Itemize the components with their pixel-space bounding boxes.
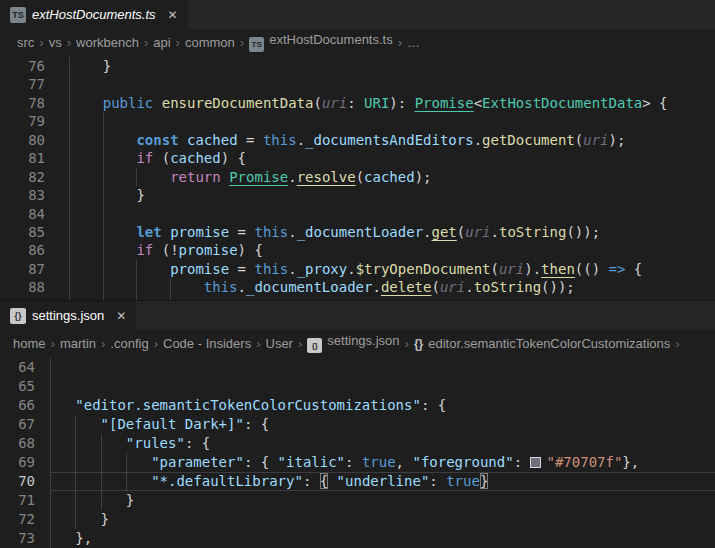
token: $tryOpenDocument bbox=[356, 261, 491, 277]
indent-guide-line bbox=[101, 434, 102, 453]
code-line[interactable]: 86 if (!promise) { bbox=[0, 241, 715, 259]
token: ( bbox=[457, 224, 465, 240]
token: : bbox=[303, 473, 320, 489]
code-line[interactable]: 78 public ensureDocumentData(uri: URI): … bbox=[0, 94, 715, 112]
breadcrumb-item[interactable]: … bbox=[407, 35, 420, 50]
indent-guide-line bbox=[50, 491, 51, 510]
token: ()); bbox=[541, 279, 575, 295]
chevron-right-icon: › bbox=[235, 35, 249, 50]
token: promise bbox=[170, 224, 229, 240]
line-number: 83 bbox=[0, 186, 69, 204]
code-line[interactable]: 64 bbox=[0, 358, 715, 377]
editor-tab[interactable]: TSextHostDocuments.ts✕ bbox=[0, 0, 188, 29]
code-line-text: } bbox=[69, 57, 715, 75]
code-line[interactable]: 82 return Promise.resolve(cached); bbox=[0, 168, 715, 186]
code-line-text: }, bbox=[50, 529, 715, 548]
code-line[interactable]: 88 this._documentLoader.delete(uri.toStr… bbox=[0, 278, 715, 296]
code-line-text: } bbox=[50, 491, 715, 510]
indent-guide-line bbox=[103, 260, 104, 278]
code-line[interactable]: 81 if (cached) { bbox=[0, 149, 715, 167]
code-line[interactable]: 85 let promise = this._documentLoader.ge… bbox=[0, 223, 715, 241]
typescript-file-icon: TS bbox=[10, 7, 26, 23]
token: ExtHostDocumentData bbox=[482, 95, 642, 111]
indent-guide-line bbox=[50, 434, 51, 453]
token: : bbox=[429, 473, 446, 489]
indent-guide-line bbox=[75, 453, 76, 472]
token: ( bbox=[575, 132, 583, 148]
breadcrumb-item[interactable]: workbench bbox=[76, 35, 139, 50]
code-line[interactable]: 77 bbox=[0, 75, 715, 93]
token: "italic" bbox=[278, 454, 345, 470]
code-line-text: "*.defaultLibrary": { "underline": true} bbox=[50, 472, 715, 491]
code-line[interactable]: 76 } bbox=[0, 57, 715, 75]
breadcrumb-item[interactable]: User bbox=[266, 336, 293, 351]
code-line[interactable]: 69 "parameter": { "italic": true, "foreg… bbox=[0, 453, 715, 472]
indent-guide-line bbox=[101, 472, 102, 491]
token: : { bbox=[421, 397, 446, 413]
breadcrumb-item[interactable]: martin bbox=[60, 336, 96, 351]
chevron-right-icon: › bbox=[171, 35, 185, 50]
token: . bbox=[465, 279, 473, 295]
breadcrumb-item[interactable]: TSextHostDocuments.ts bbox=[249, 32, 393, 52]
indent-guide-line bbox=[75, 472, 76, 491]
indent-guide-line bbox=[103, 205, 104, 223]
breadcrumb-item[interactable]: common bbox=[185, 35, 235, 50]
code-line-text: } bbox=[69, 186, 715, 204]
token: ); bbox=[609, 132, 626, 148]
code-line[interactable]: 66 "editor.semanticTokenColorCustomizati… bbox=[0, 396, 715, 415]
token: "[Default Dark+]" bbox=[101, 416, 244, 432]
color-swatch[interactable] bbox=[530, 457, 541, 468]
code-line-text: return Promise.resolve(cached); bbox=[69, 168, 715, 186]
chevron-right-icon: › bbox=[400, 336, 414, 351]
code-line-text bbox=[69, 205, 715, 223]
code-line-text: "editor.semanticTokenColorCustomizations… bbox=[50, 396, 715, 415]
code-line[interactable]: 87 promise = this._proxy.$tryOpenDocumen… bbox=[0, 260, 715, 278]
indent-guide-line bbox=[103, 241, 104, 259]
breadcrumb-item[interactable]: vs bbox=[49, 35, 62, 50]
breadcrumb-item[interactable]: .config bbox=[110, 336, 148, 351]
breadcrumb-item[interactable]: api bbox=[153, 35, 170, 50]
code-line[interactable]: 65 bbox=[0, 377, 715, 396]
line-number: 68 bbox=[0, 434, 50, 453]
code-line[interactable]: 72 } bbox=[0, 510, 715, 529]
code-line[interactable]: 71 } bbox=[0, 491, 715, 510]
editor-tab[interactable]: {}settings.json✕ bbox=[0, 301, 136, 330]
chevron-right-icon: › bbox=[251, 336, 265, 351]
symbol-object-icon: {} bbox=[414, 337, 423, 351]
code-line[interactable]: 80 const cached = this._documentsAndEdit… bbox=[0, 131, 715, 149]
tab-bar: TSextHostDocuments.ts✕ bbox=[0, 0, 715, 29]
token: _documentLoader bbox=[297, 224, 423, 240]
json-file-icon: {} bbox=[10, 308, 26, 324]
code-line[interactable]: 84 bbox=[0, 205, 715, 223]
code-line[interactable]: 68 "rules": { bbox=[0, 434, 715, 453]
breadcrumb-item[interactable]: src bbox=[17, 35, 34, 50]
token bbox=[50, 397, 75, 413]
breadcrumb-item[interactable]: {}editor.semanticTokenColorCustomization… bbox=[414, 336, 670, 351]
close-icon[interactable]: ✕ bbox=[116, 310, 126, 322]
token: > { bbox=[642, 95, 667, 111]
indent-guide-line bbox=[50, 377, 51, 396]
bracket-match: } bbox=[480, 473, 488, 489]
token: promise bbox=[179, 242, 238, 258]
token: . bbox=[423, 224, 431, 240]
code-line[interactable]: 70 "*.defaultLibrary": { "underline": tr… bbox=[0, 472, 715, 491]
indent-guide-line bbox=[103, 278, 104, 296]
code-line[interactable]: 73 }, bbox=[0, 529, 715, 548]
code-line[interactable]: 79 bbox=[0, 112, 715, 130]
breadcrumb-item[interactable]: Code - Insiders bbox=[163, 336, 251, 351]
close-icon[interactable]: ✕ bbox=[168, 9, 178, 21]
token: cached bbox=[364, 169, 415, 185]
token: . bbox=[297, 132, 305, 148]
line-number: 71 bbox=[0, 491, 50, 510]
code-line[interactable]: 67 "[Default Dark+]": { bbox=[0, 415, 715, 434]
token: Promise bbox=[415, 95, 474, 111]
breadcrumb-item[interactable]: home bbox=[13, 336, 46, 351]
code-line[interactable]: 83 } bbox=[0, 186, 715, 204]
token bbox=[179, 132, 187, 148]
token bbox=[50, 435, 126, 451]
code-line-text bbox=[50, 377, 715, 396]
code-line-text: "[Default Dark+]": { bbox=[50, 415, 715, 434]
breadcrumb-item[interactable]: {}settings.json bbox=[307, 333, 399, 353]
token: , bbox=[396, 454, 413, 470]
line-number: 72 bbox=[0, 510, 50, 529]
